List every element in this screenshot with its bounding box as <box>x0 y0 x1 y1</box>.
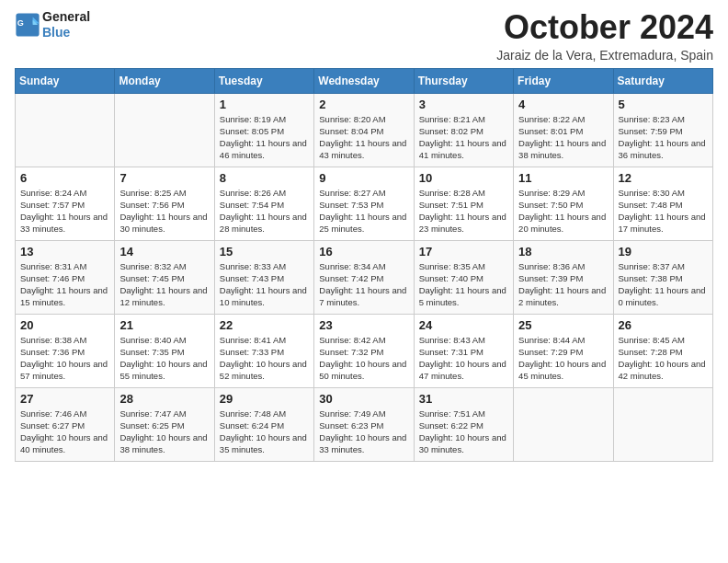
calendar-cell <box>115 93 214 167</box>
calendar-cell: 28Sunrise: 7:47 AM Sunset: 6:25 PM Dayli… <box>115 387 214 461</box>
day-info: Sunrise: 8:22 AM Sunset: 8:01 PM Dayligh… <box>518 113 608 162</box>
day-number: 28 <box>119 392 209 406</box>
day-info: Sunrise: 8:42 AM Sunset: 7:32 PM Dayligh… <box>319 334 408 383</box>
logo: G General Blue <box>15 9 90 40</box>
calendar-cell: 22Sunrise: 8:41 AM Sunset: 7:33 PM Dayli… <box>214 314 313 387</box>
calendar-cell: 16Sunrise: 8:34 AM Sunset: 7:42 PM Dayli… <box>314 240 414 314</box>
day-info: Sunrise: 8:41 AM Sunset: 7:33 PM Dayligh… <box>220 334 309 383</box>
day-info: Sunrise: 8:32 AM Sunset: 7:45 PM Dayligh… <box>119 260 209 309</box>
calendar-cell: 8Sunrise: 8:26 AM Sunset: 7:54 PM Daylig… <box>214 167 313 240</box>
day-info: Sunrise: 8:37 AM Sunset: 7:38 PM Dayligh… <box>619 260 708 309</box>
day-number: 27 <box>20 392 109 406</box>
day-number: 1 <box>220 98 309 111</box>
logo-text: General Blue <box>42 9 90 40</box>
title-block: October 2024 Jaraiz de la Vera, Extremad… <box>496 9 713 63</box>
day-number: 9 <box>319 171 408 185</box>
day-number: 23 <box>319 318 408 332</box>
calendar-cell: 6Sunrise: 8:24 AM Sunset: 7:57 PM Daylig… <box>16 167 115 240</box>
calendar-cell: 21Sunrise: 8:40 AM Sunset: 7:35 PM Dayli… <box>115 314 214 387</box>
subtitle: Jaraiz de la Vera, Extremadura, Spain <box>496 48 713 63</box>
day-number: 8 <box>220 171 309 185</box>
calendar-cell: 2Sunrise: 8:20 AM Sunset: 8:04 PM Daylig… <box>314 93 414 167</box>
day-number: 26 <box>619 318 708 332</box>
day-number: 11 <box>518 171 608 185</box>
day-info: Sunrise: 8:30 AM Sunset: 7:48 PM Dayligh… <box>619 187 708 236</box>
col-tuesday: Tuesday <box>214 68 313 93</box>
calendar-cell: 18Sunrise: 8:36 AM Sunset: 7:39 PM Dayli… <box>514 240 613 314</box>
day-number: 10 <box>419 171 508 185</box>
day-number: 30 <box>319 392 408 406</box>
day-info: Sunrise: 7:47 AM Sunset: 6:25 PM Dayligh… <box>119 408 209 456</box>
calendar-cell: 11Sunrise: 8:29 AM Sunset: 7:50 PM Dayli… <box>514 167 613 240</box>
day-info: Sunrise: 7:49 AM Sunset: 6:23 PM Dayligh… <box>319 408 408 456</box>
day-number: 6 <box>20 171 109 185</box>
day-info: Sunrise: 8:31 AM Sunset: 7:46 PM Dayligh… <box>20 260 109 309</box>
day-info: Sunrise: 8:26 AM Sunset: 7:54 PM Dayligh… <box>220 187 309 236</box>
day-number: 25 <box>518 318 608 332</box>
day-info: Sunrise: 8:21 AM Sunset: 8:02 PM Dayligh… <box>419 113 508 162</box>
day-info: Sunrise: 8:29 AM Sunset: 7:50 PM Dayligh… <box>518 187 608 236</box>
col-sunday: Sunday <box>16 68 115 93</box>
day-number: 19 <box>619 245 708 259</box>
day-info: Sunrise: 8:34 AM Sunset: 7:42 PM Dayligh… <box>319 260 408 309</box>
day-number: 14 <box>119 245 209 259</box>
calendar-cell: 19Sunrise: 8:37 AM Sunset: 7:38 PM Dayli… <box>613 240 712 314</box>
day-info: Sunrise: 7:46 AM Sunset: 6:27 PM Dayligh… <box>20 408 109 456</box>
day-number: 20 <box>20 318 109 332</box>
col-saturday: Saturday <box>613 68 712 93</box>
calendar-cell: 17Sunrise: 8:35 AM Sunset: 7:40 PM Dayli… <box>414 240 513 314</box>
day-info: Sunrise: 8:40 AM Sunset: 7:35 PM Dayligh… <box>119 334 209 383</box>
calendar-cell: 4Sunrise: 8:22 AM Sunset: 8:01 PM Daylig… <box>514 93 613 167</box>
day-number: 21 <box>119 318 209 332</box>
calendar-cell: 1Sunrise: 8:19 AM Sunset: 8:05 PM Daylig… <box>214 93 313 167</box>
calendar-cell: 7Sunrise: 8:25 AM Sunset: 7:56 PM Daylig… <box>115 167 214 240</box>
day-info: Sunrise: 8:44 AM Sunset: 7:29 PM Dayligh… <box>518 334 608 383</box>
calendar-cell: 25Sunrise: 8:44 AM Sunset: 7:29 PM Dayli… <box>514 314 613 387</box>
day-info: Sunrise: 8:23 AM Sunset: 7:59 PM Dayligh… <box>619 113 708 162</box>
calendar-cell <box>613 387 712 461</box>
day-number: 31 <box>419 392 508 406</box>
calendar-cell: 30Sunrise: 7:49 AM Sunset: 6:23 PM Dayli… <box>314 387 414 461</box>
day-info: Sunrise: 7:48 AM Sunset: 6:24 PM Dayligh… <box>220 408 309 456</box>
calendar-week-row: 6Sunrise: 8:24 AM Sunset: 7:57 PM Daylig… <box>16 167 713 240</box>
day-number: 16 <box>319 245 408 259</box>
calendar-week-row: 27Sunrise: 7:46 AM Sunset: 6:27 PM Dayli… <box>16 387 713 461</box>
day-info: Sunrise: 8:20 AM Sunset: 8:04 PM Dayligh… <box>319 113 408 162</box>
day-number: 13 <box>20 245 109 259</box>
calendar-cell: 24Sunrise: 8:43 AM Sunset: 7:31 PM Dayli… <box>414 314 513 387</box>
calendar-cell: 3Sunrise: 8:21 AM Sunset: 8:02 PM Daylig… <box>414 93 513 167</box>
day-info: Sunrise: 8:43 AM Sunset: 7:31 PM Dayligh… <box>419 334 508 383</box>
calendar-cell: 14Sunrise: 8:32 AM Sunset: 7:45 PM Dayli… <box>115 240 214 314</box>
calendar-cell: 27Sunrise: 7:46 AM Sunset: 6:27 PM Dayli… <box>16 387 115 461</box>
calendar-table: Sunday Monday Tuesday Wednesday Thursday… <box>15 68 713 462</box>
month-title: October 2024 <box>496 9 713 46</box>
calendar-week-row: 1Sunrise: 8:19 AM Sunset: 8:05 PM Daylig… <box>16 93 713 167</box>
day-number: 17 <box>419 245 508 259</box>
day-info: Sunrise: 8:27 AM Sunset: 7:53 PM Dayligh… <box>319 187 408 236</box>
day-number: 3 <box>419 98 508 111</box>
day-info: Sunrise: 8:36 AM Sunset: 7:39 PM Dayligh… <box>518 260 608 309</box>
page: G General Blue October 2024 Jaraiz de la… <box>0 0 728 563</box>
calendar-week-row: 20Sunrise: 8:38 AM Sunset: 7:36 PM Dayli… <box>16 314 713 387</box>
calendar-cell: 12Sunrise: 8:30 AM Sunset: 7:48 PM Dayli… <box>613 167 712 240</box>
day-number: 2 <box>319 98 408 111</box>
day-info: Sunrise: 8:19 AM Sunset: 8:05 PM Dayligh… <box>220 113 309 162</box>
day-info: Sunrise: 8:35 AM Sunset: 7:40 PM Dayligh… <box>419 260 508 309</box>
calendar-cell: 29Sunrise: 7:48 AM Sunset: 6:24 PM Dayli… <box>214 387 313 461</box>
day-number: 7 <box>119 171 209 185</box>
day-number: 29 <box>220 392 309 406</box>
day-number: 15 <box>220 245 309 259</box>
day-number: 18 <box>518 245 608 259</box>
col-monday: Monday <box>115 68 214 93</box>
header: G General Blue October 2024 Jaraiz de la… <box>15 9 713 63</box>
calendar-cell: 26Sunrise: 8:45 AM Sunset: 7:28 PM Dayli… <box>613 314 712 387</box>
svg-text:G: G <box>17 18 24 28</box>
calendar-cell: 20Sunrise: 8:38 AM Sunset: 7:36 PM Dayli… <box>16 314 115 387</box>
calendar-cell <box>514 387 613 461</box>
col-thursday: Thursday <box>414 68 513 93</box>
col-friday: Friday <box>514 68 613 93</box>
day-number: 4 <box>518 98 608 111</box>
day-info: Sunrise: 8:45 AM Sunset: 7:28 PM Dayligh… <box>619 334 708 383</box>
day-number: 24 <box>419 318 508 332</box>
calendar-week-row: 13Sunrise: 8:31 AM Sunset: 7:46 PM Dayli… <box>16 240 713 314</box>
